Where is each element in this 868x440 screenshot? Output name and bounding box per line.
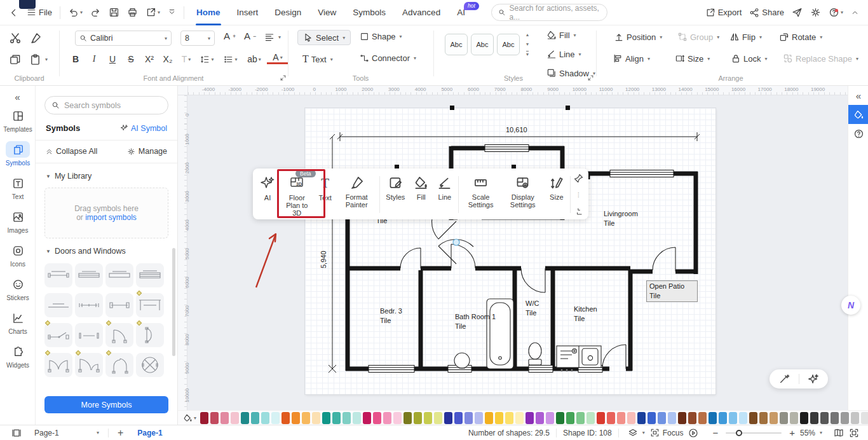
symbol-door-double-unequal[interactable] [75,353,103,377]
bullet-list-button[interactable]: ▾ [220,52,241,66]
color-swatch[interactable] [536,412,544,424]
paste-button[interactable]: ▾ [29,53,48,65]
color-swatch[interactable] [719,412,727,424]
copy-button[interactable] [9,53,21,65]
more-symbols-button[interactable]: More Symbols [44,396,168,413]
color-swatch[interactable] [546,412,554,424]
underline-button[interactable]: U [104,52,121,66]
style-preview-3[interactable]: Abc [497,34,520,55]
selection-handle[interactable] [450,106,454,110]
symbol-window-caps[interactable] [105,293,133,317]
color-swatch[interactable] [526,412,534,424]
color-swatch[interactable] [363,412,371,424]
text-align-button[interactable]: ▾ [264,32,281,42]
color-swatch[interactable] [861,412,868,424]
zoom-knob[interactable] [736,430,742,436]
sidebar-item-text[interactable]: Text [0,175,36,200]
ai-symbol-link[interactable]: AI Symbol [120,124,167,133]
presentation-play-button[interactable] [686,428,701,438]
color-swatch[interactable] [556,412,564,424]
color-swatch[interactable] [261,412,269,424]
sidebar-item-stickers[interactable]: Stickers [0,276,36,301]
help-button[interactable]: ▾ [825,4,847,22]
connector-tool-button[interactable]: Connector▾ [360,53,416,63]
manage-button[interactable]: Manage [127,147,167,156]
my-library-section-header[interactable]: ▼ My Library [46,172,167,181]
color-swatch[interactable] [627,412,635,424]
ft-text-button[interactable]: T Text [315,172,336,217]
zoom-out-button[interactable]: − [710,427,721,438]
size-button[interactable]: Size▾ [675,53,710,64]
color-swatch[interactable] [414,412,422,424]
ft-styles-button[interactable]: Styles [381,172,409,217]
superscript-button[interactable]: X² [141,52,158,66]
color-swatch[interactable] [444,412,452,424]
color-swatch[interactable] [475,412,483,424]
color-swatch[interactable] [729,412,737,424]
color-swatch[interactable] [668,412,676,424]
share-button[interactable]: Share [745,4,788,22]
symbol-door-double-swing[interactable] [44,353,72,377]
color-swatch[interactable] [576,412,585,424]
styles-scroll-down[interactable]: ▾ [526,41,529,47]
zoom-slider[interactable] [726,432,782,434]
color-swatch[interactable] [210,412,219,424]
pagemap-button[interactable] [831,428,846,438]
tab-view[interactable]: View [309,0,344,25]
color-swatch[interactable] [688,412,696,424]
color-swatch[interactable] [658,412,666,424]
color-swatch[interactable] [800,412,808,424]
panel-scrollbar[interactable] [172,248,175,356]
color-swatch[interactable] [810,412,818,424]
palette-fill-button[interactable]: ▾ [183,413,196,423]
select-tool-button[interactable]: Select▾ [297,30,351,45]
save-button[interactable] [105,4,123,22]
sidebar-item-templates[interactable]: Templates [0,107,36,133]
line-button[interactable]: Line▾ [546,49,581,59]
drawing-page[interactable]: 10,610 5,940 Tile LivingroomTile Open Pa… [305,108,715,394]
color-swatch[interactable] [200,412,208,424]
color-swatch[interactable] [739,412,747,424]
character-spacing-button[interactable]: ab▾ [243,52,265,66]
tab-advanced[interactable]: Advanced [394,0,449,25]
color-swatch[interactable] [465,412,473,424]
detach-icon[interactable] [574,207,583,216]
styles-scroll-up[interactable]: ▴ [526,32,529,38]
print-button[interactable] [123,4,142,22]
ft-display-settings-button[interactable]: Display Settings [501,172,545,217]
lock-button[interactable]: Lock▾ [731,53,767,64]
color-swatch[interactable] [220,412,229,424]
color-swatch[interactable] [485,412,493,424]
color-swatch[interactable] [851,412,859,424]
color-swatch[interactable] [495,412,503,424]
room-label-open-patio[interactable]: Open PatioTile [646,280,698,302]
color-swatch[interactable] [841,412,849,424]
pin-icon[interactable] [574,174,583,183]
symbol-door-half-circle[interactable] [136,323,164,347]
color-swatch[interactable] [780,412,788,424]
color-swatch[interactable] [698,412,707,424]
fill-button[interactable]: Fill▾ [546,30,576,40]
color-swatch[interactable] [566,412,574,424]
text-tool-button[interactable]: T Text▾ [302,53,333,65]
strikethrough-button[interactable]: S [123,52,139,66]
format-painter-button[interactable] [29,32,42,45]
color-swatch[interactable] [637,412,646,424]
color-swatch[interactable] [373,412,381,424]
doors-windows-section-header[interactable]: ▼ Doors and Windows [46,247,167,256]
add-page-button[interactable]: + [115,427,126,439]
color-swatch[interactable] [292,412,300,424]
increase-font-button[interactable]: A+ [224,31,236,41]
import-symbols-link[interactable]: import symbols [85,213,137,222]
focus-button[interactable]: Focus [648,428,686,437]
export-quick-button[interactable]: ▾ [142,4,164,22]
color-swatch[interactable] [424,412,432,424]
zoom-level[interactable]: 55%▾ [797,429,825,437]
decrease-font-button[interactable]: A− [244,31,256,41]
symbol-window-plain[interactable] [105,263,133,287]
symbol-window-basic[interactable] [44,263,72,287]
color-swatch[interactable] [241,412,249,424]
send-button[interactable] [788,4,806,22]
settings-button[interactable] [806,4,825,22]
expand-right-panel-button[interactable]: « [848,86,868,105]
